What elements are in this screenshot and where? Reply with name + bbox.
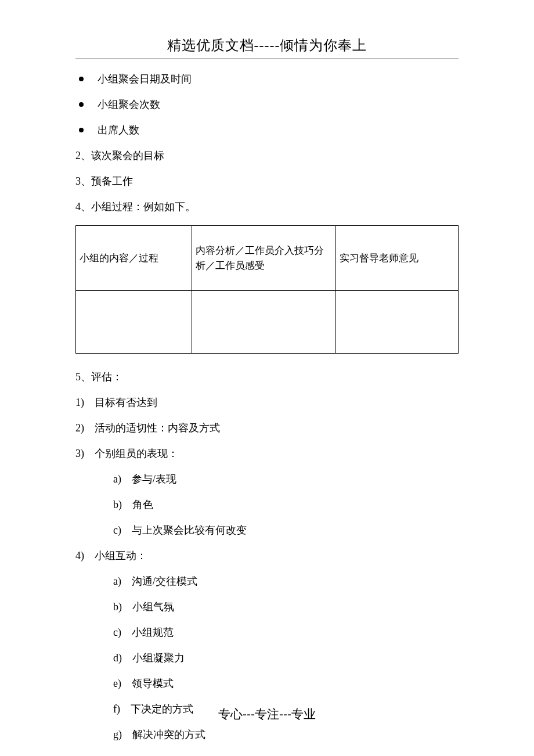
- sub-item-3a: a) 参与/表现: [113, 472, 459, 486]
- sub-item-4c: c) 小组规范: [113, 625, 459, 639]
- header-divider: [75, 58, 459, 59]
- table-row: 小组的内容／过程 内容分析／工作员介入技巧分析／工作员感受 实习督导老师意见: [76, 226, 459, 291]
- process-table: 小组的内容／过程 内容分析／工作员介入技巧分析／工作员感受 实习督导老师意见: [75, 225, 459, 354]
- list-item: 小组聚会日期及时间: [79, 72, 459, 86]
- footer-dash: ---: [243, 707, 255, 721]
- table-cell: [76, 291, 192, 354]
- page-header: 精选优质文档-----倾情为你奉上: [0, 0, 534, 55]
- sub-item-4d: d) 小组凝聚力: [113, 651, 459, 665]
- eval-item-3: 3) 个别组员的表现：: [75, 447, 459, 460]
- numbered-item-3: 3、预备工作: [75, 174, 459, 188]
- sub-item-4b: b) 小组气氛: [113, 600, 459, 614]
- sub-item-4e: e) 领导模式: [113, 676, 459, 690]
- table-cell: [336, 291, 459, 354]
- numbered-item-2: 2、该次聚会的目标: [75, 149, 459, 163]
- bullet-text: 小组聚会次数: [98, 98, 160, 111]
- sub-item-4g: g) 解决冲突的方式: [113, 728, 459, 741]
- footer-text: 专心: [218, 707, 243, 721]
- bullet-icon: [79, 102, 84, 107]
- table-cell: 实习督导老师意见: [336, 226, 459, 291]
- bullet-text: 小组聚会日期及时间: [98, 72, 192, 86]
- bullet-icon: [79, 128, 84, 132]
- footer-text: 专注: [255, 707, 279, 721]
- footer-text: 专业: [291, 707, 316, 721]
- table-row: [76, 291, 459, 354]
- numbered-item-5: 5、评估：: [75, 370, 459, 384]
- eval-item-1: 1) 目标有否达到: [75, 395, 459, 409]
- list-item: 出席人数: [79, 123, 459, 137]
- document-body: 小组聚会日期及时间 小组聚会次数 出席人数 2、该次聚会的目标 3、预备工作 4…: [75, 72, 459, 741]
- numbered-item-4: 4、小组过程：例如如下。: [75, 200, 459, 214]
- table-cell: [192, 291, 336, 354]
- table-cell: 小组的内容／过程: [76, 226, 192, 291]
- sub-item-3c: c) 与上次聚会比较有何改变: [113, 523, 459, 537]
- bullet-text: 出席人数: [98, 123, 139, 137]
- list-item: 小组聚会次数: [79, 98, 459, 111]
- table-cell: 内容分析／工作员介入技巧分析／工作员感受: [192, 226, 336, 291]
- sub-item-3b: b) 角色: [113, 498, 459, 512]
- footer-dash: ---: [279, 707, 291, 721]
- eval-item-2: 2) 活动的适切性：内容及方式: [75, 421, 459, 435]
- eval-item-4: 4) 小组互动：: [75, 549, 459, 563]
- page-footer: 专心---专注---专业: [0, 706, 534, 722]
- bullet-icon: [79, 77, 84, 81]
- sub-item-4a: a) 沟通/交往模式: [113, 574, 459, 588]
